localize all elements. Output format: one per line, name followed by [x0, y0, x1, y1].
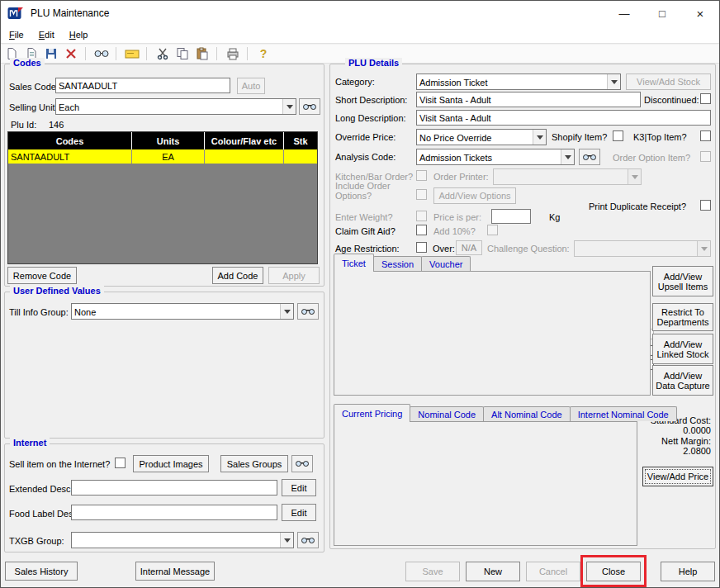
- tab-nominal-code[interactable]: Nominal Code: [410, 406, 484, 421]
- tab-ticket[interactable]: Ticket: [334, 254, 374, 272]
- sell-online-label: Sell item on the Internet?: [9, 459, 110, 469]
- minimize-icon[interactable]: —: [605, 1, 643, 26]
- find-glasses-icon[interactable]: [92, 45, 111, 62]
- short-description-label: Short Description:: [335, 95, 407, 105]
- category-dropdown[interactable]: Admission Ticket: [416, 74, 621, 90]
- tab-current-pricing[interactable]: Current Pricing: [334, 404, 410, 422]
- cancel-button[interactable]: Cancel: [526, 562, 580, 581]
- menu-file[interactable]: File: [2, 27, 31, 42]
- save-button[interactable]: Save: [405, 562, 460, 581]
- add-view-data-capture-button[interactable]: Add/View Data Capture: [652, 365, 713, 396]
- codes-group-label: Codes: [10, 58, 45, 68]
- analysis-code-dropdown[interactable]: Admission Tickets: [416, 149, 575, 165]
- discontinued-checkbox[interactable]: [700, 93, 711, 104]
- tab-internet-nominal-code[interactable]: Internet Nominal Code: [570, 406, 677, 421]
- selling-unit-dropdown[interactable]: Each: [55, 98, 296, 115]
- chevron-down-icon[interactable]: [282, 99, 296, 114]
- chevron-down-icon[interactable]: [280, 533, 293, 548]
- long-description-input[interactable]: [416, 110, 711, 126]
- table-row[interactable]: SANTAADULT EA: [8, 149, 317, 164]
- short-description-input[interactable]: [416, 92, 641, 107]
- close-window-icon[interactable]: ×: [681, 1, 719, 26]
- ticket-tab-panel: [334, 271, 651, 396]
- glasses-icon: [303, 104, 316, 110]
- apply-button[interactable]: Apply: [268, 267, 320, 284]
- label-card-icon[interactable]: [123, 45, 141, 62]
- print-icon[interactable]: [224, 45, 242, 62]
- add-view-options-button[interactable]: Add/View Options: [433, 187, 516, 204]
- internal-message-button[interactable]: Internal Message: [135, 562, 215, 581]
- glasses-icon: [301, 538, 315, 543]
- k3-top-item-checkbox[interactable]: [700, 130, 711, 141]
- view-add-stock-button[interactable]: View/Add Stock: [626, 74, 711, 90]
- add-view-upsell-items-button[interactable]: Add/View Upsell Items: [652, 266, 713, 296]
- challenge-question-label: Challenge Question:: [487, 244, 570, 254]
- analysis-code-lookup-button[interactable]: [579, 149, 600, 165]
- sell-online-checkbox[interactable]: [115, 458, 126, 468]
- food-label-desc-edit-button[interactable]: Edit: [282, 504, 316, 521]
- txgb-group-label: TXGB Group:: [9, 536, 64, 546]
- tab-session[interactable]: Session: [373, 256, 422, 271]
- extended-desc-edit-button[interactable]: Edit: [282, 479, 316, 496]
- plu-maintenance-window: PLU Maintenance — □ × File Edit Help ? C…: [0, 0, 720, 588]
- chevron-down-icon[interactable]: [561, 149, 574, 164]
- new-button[interactable]: New: [466, 562, 520, 581]
- save-icon[interactable]: [42, 45, 60, 62]
- menu-help[interactable]: Help: [63, 27, 95, 42]
- challenge-question-value: [575, 249, 697, 249]
- menu-bar: File Edit Help: [1, 26, 719, 44]
- restrict-to-departments-button[interactable]: Restrict To Departments: [652, 303, 713, 331]
- chevron-down-icon[interactable]: [280, 304, 293, 319]
- pricing-tab-strip: Current Pricing Nominal Code Alt Nominal…: [334, 404, 676, 421]
- internet-group-label: Internet: [10, 438, 50, 448]
- txgb-group-dropdown[interactable]: [71, 532, 294, 548]
- paste-icon[interactable]: [193, 45, 211, 62]
- selling-unit-lookup-button[interactable]: [299, 98, 320, 115]
- age-restriction-checkbox[interactable]: [416, 242, 427, 253]
- add-view-linked-stock-button[interactable]: Add/View Linked Stock: [652, 334, 713, 364]
- auto-button[interactable]: Auto: [237, 78, 265, 94]
- delete-icon[interactable]: [62, 45, 80, 62]
- till-info-group-value: None: [72, 306, 280, 317]
- cut-icon[interactable]: [154, 45, 172, 62]
- txgb-lookup-button[interactable]: [297, 532, 319, 548]
- claim-gift-aid-checkbox[interactable]: [416, 225, 427, 235]
- remove-code-button[interactable]: Remove Code: [7, 267, 77, 284]
- internet-lookup-button[interactable]: [291, 455, 313, 472]
- food-label-desc-input[interactable]: [71, 505, 277, 520]
- column-header-codes: Codes: [8, 132, 132, 149]
- add-code-button[interactable]: Add Code: [212, 267, 263, 284]
- extended-desc-input[interactable]: [71, 480, 277, 496]
- sales-code-input[interactable]: [55, 78, 230, 93]
- till-info-group-dropdown[interactable]: None: [71, 303, 294, 320]
- tab-alt-nominal-code[interactable]: Alt Nominal Code: [483, 406, 571, 421]
- toolbar-separator: [216, 47, 217, 60]
- chevron-down-icon[interactable]: [533, 130, 546, 145]
- ticket-tab-strip: Ticket Session Voucher: [334, 254, 470, 271]
- till-info-lookup-button[interactable]: [297, 303, 319, 320]
- codes-table: Codes Units Colour/Flav etc Stk SANTAADU…: [7, 131, 318, 264]
- tab-voucher[interactable]: Voucher: [421, 256, 471, 271]
- add-10-percent-checkbox: [487, 225, 498, 235]
- print-duplicate-receipt-checkbox[interactable]: [700, 200, 711, 211]
- help-icon[interactable]: ?: [254, 45, 272, 62]
- txgb-group-value: [72, 540, 280, 541]
- sales-groups-button[interactable]: Sales Groups: [220, 455, 288, 472]
- shopify-item-checkbox[interactable]: [613, 130, 623, 141]
- menu-edit[interactable]: Edit: [32, 27, 61, 42]
- chevron-down-icon: [628, 169, 641, 184]
- close-button[interactable]: Close: [586, 562, 641, 581]
- price-is-per-input[interactable]: [491, 209, 531, 224]
- maximize-icon[interactable]: □: [643, 1, 681, 26]
- override-price-dropdown[interactable]: No Price Override: [416, 129, 547, 145]
- column-header-stk: Stk: [284, 132, 317, 149]
- chevron-down-icon[interactable]: [607, 74, 620, 89]
- sales-history-button[interactable]: Sales History: [5, 562, 78, 581]
- help-button[interactable]: Help: [661, 562, 715, 581]
- kitchen-bar-order-checkbox: [416, 170, 427, 181]
- copy-icon[interactable]: [173, 45, 192, 62]
- view-add-price-button[interactable]: View/Add Price: [642, 467, 713, 486]
- extended-desc-label: Extended Desc: [9, 484, 71, 494]
- product-images-button[interactable]: Product Images: [133, 455, 209, 472]
- enter-weight-label: Enter Weight?: [335, 212, 393, 222]
